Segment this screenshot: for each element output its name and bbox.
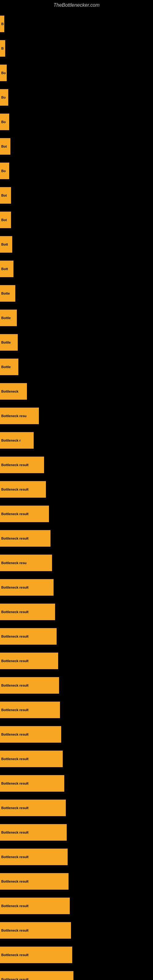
bar-item: Bo	[0, 89, 8, 106]
bar-item: Bottleneck r	[0, 432, 33, 449]
bar-row: Bottleneck result	[0, 600, 153, 624]
bar-row: Bot	[0, 208, 153, 232]
bar-item: Bottleneck result	[0, 726, 61, 743]
bar-label: Bottleneck resu	[1, 414, 27, 418]
bar-item: Bottleneck result	[0, 652, 58, 669]
bars-container: BBBoBoBoBotBoBotBotBottBottBotteBottleBo…	[0, 12, 153, 980]
bar-item: Bottleneck	[0, 383, 27, 400]
bar-label: Bo	[1, 71, 6, 75]
bar-label: Bo	[1, 95, 6, 99]
bar-item: Bottleneck result	[0, 628, 57, 645]
bar-row: Bottleneck result	[0, 943, 153, 967]
bar-row: Bottleneck result	[0, 526, 153, 550]
bar-item: Bo	[0, 162, 9, 179]
bar-label: Bottleneck result	[1, 929, 29, 932]
bar-row: Botte	[0, 281, 153, 305]
bar-row: B	[0, 36, 153, 60]
bar-label: Bottleneck result	[1, 659, 29, 663]
bar-label: Bottleneck result	[1, 953, 29, 957]
bar-item: Bottleneck result	[0, 800, 66, 816]
bar-row: Bottle	[0, 355, 153, 379]
bar-row: Bottleneck resu	[0, 550, 153, 575]
bar-item: Botte	[0, 285, 15, 302]
bar-row: Bottleneck result	[0, 771, 153, 795]
bar-item: Bottleneck result	[0, 457, 44, 473]
bar-label: Bottleneck result	[1, 904, 29, 908]
bar-label: Bot	[1, 145, 7, 148]
bar-item: Bottle	[0, 359, 18, 375]
bar-label: Bot	[1, 194, 7, 197]
bar-label: Bottleneck result	[1, 757, 29, 761]
bar-item: Bot	[0, 212, 11, 228]
bar-row: Bottleneck result	[0, 502, 153, 526]
bar-label: Bottleneck result	[1, 488, 29, 491]
bar-item: B	[0, 40, 5, 57]
bar-item: Bott	[0, 261, 13, 277]
bar-item: Bottleneck result	[0, 677, 59, 694]
site-title: TheBottlenecker.com	[0, 0, 153, 12]
bar-label: Bottleneck	[1, 390, 18, 393]
bar-label: Bo	[1, 120, 6, 124]
bar-label: Bo	[1, 169, 6, 173]
bar-label: Bot	[1, 218, 7, 222]
bar-item: Bo	[0, 114, 9, 130]
bar-row: Bot	[0, 134, 153, 159]
bar-label: Bottle	[1, 316, 11, 320]
bar-label: Bottleneck result	[1, 610, 29, 614]
bar-label: Bottle	[1, 340, 11, 344]
bar-item: Bottleneck result	[0, 751, 63, 767]
bar-item: Bottleneck result	[0, 971, 73, 980]
bar-item: Bottleneck result	[0, 849, 68, 865]
bar-item: Bottleneck result	[0, 530, 51, 547]
bar-row: Bottleneck result	[0, 820, 153, 845]
bar-row: Bot	[0, 183, 153, 208]
bar-label: Bottleneck r	[1, 439, 21, 442]
bar-row: Bottleneck result	[0, 624, 153, 649]
bar-row: Bottleneck result	[0, 649, 153, 673]
bar-row: Bo	[0, 85, 153, 110]
bar-row: Bottleneck result	[0, 673, 153, 698]
bar-row: Bottleneck result	[0, 747, 153, 771]
bar-row: Bottleneck result	[0, 698, 153, 722]
bar-row: Bottleneck result	[0, 722, 153, 747]
bar-row: Bottleneck result	[0, 845, 153, 869]
bar-item: Bottleneck result	[0, 824, 67, 841]
bar-row: Bottleneck result	[0, 477, 153, 502]
bar-item: Bottleneck result	[0, 775, 64, 792]
bar-row: Bottleneck result	[0, 894, 153, 918]
bar-label: B	[1, 22, 4, 26]
bar-label: Bottleneck result	[1, 512, 29, 516]
bar-item: Bott	[0, 236, 12, 253]
bar-row: Bottleneck resu	[0, 404, 153, 428]
bar-label: Bottle	[1, 365, 11, 369]
bar-label: Bott	[1, 243, 8, 246]
bar-label: Bottleneck result	[1, 635, 29, 638]
bar-item: Bot	[0, 187, 11, 204]
bar-item: Bottleneck result	[0, 947, 72, 963]
bar-row: Bottle	[0, 305, 153, 330]
bar-label: Bottleneck result	[1, 733, 29, 736]
bar-item: Bottleneck result	[0, 897, 70, 914]
bar-row: Bottleneck result	[0, 967, 153, 980]
bar-label: Bottleneck resu	[1, 561, 27, 565]
bar-row: Bottleneck result	[0, 918, 153, 943]
bar-item: Bottleneck result	[0, 481, 46, 498]
bar-item: Bottleneck result	[0, 922, 71, 939]
bar-item: Bottle	[0, 310, 17, 326]
bar-item: Bottleneck resu	[0, 555, 52, 571]
bar-item: B	[0, 16, 4, 32]
bar-row: Bottleneck	[0, 379, 153, 404]
bar-label: Bottleneck result	[1, 781, 29, 785]
bar-item: Bo	[0, 65, 7, 81]
bar-row: Bottleneck r	[0, 428, 153, 453]
bar-label: Bottleneck result	[1, 978, 29, 980]
bar-row: Bott	[0, 257, 153, 281]
bar-row: Bo	[0, 110, 153, 134]
bar-label: Botte	[1, 291, 10, 295]
bar-label: Bottleneck result	[1, 536, 29, 540]
bar-item: Bottleneck result	[0, 702, 60, 718]
bar-label: B	[1, 46, 4, 50]
bar-label: Bottleneck result	[1, 463, 29, 467]
bar-row: Bo	[0, 159, 153, 183]
bar-label: Bottleneck result	[1, 830, 29, 834]
